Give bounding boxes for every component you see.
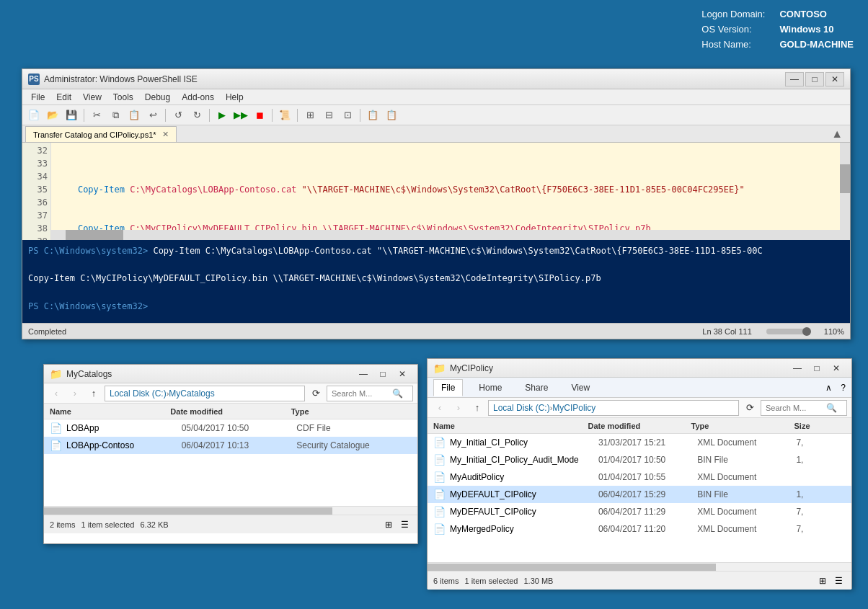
mycatalogs-address-drive[interactable]: Local Disk (C:) <box>110 388 167 399</box>
mycatalogs-hscrollbar-thumb[interactable] <box>44 507 332 515</box>
toolbar-undo2[interactable]: ↺ <box>169 107 187 123</box>
mycatalogs-forward[interactable]: › <box>67 386 83 401</box>
terminal-area[interactable]: PS C:\Windows\system32> Copy-Item C:\MyC… <box>22 240 850 323</box>
toolbar-cut[interactable]: ✂ <box>88 107 105 123</box>
myciplicy-address-drive[interactable]: Local Disk (C:) <box>493 403 550 413</box>
toolbar-save[interactable]: 💾 <box>63 107 80 123</box>
toolbar-new[interactable]: 📄 <box>25 107 43 123</box>
minimize-button[interactable]: — <box>785 72 804 86</box>
mycatalogs-col-type[interactable]: Type <box>291 407 412 416</box>
myciplicy-maximize[interactable]: □ <box>807 361 826 375</box>
myciplicy-search-box[interactable]: 🔍 <box>761 400 847 416</box>
mycatalogs-back[interactable]: ‹ <box>48 386 64 401</box>
menu-tools[interactable]: Tools <box>107 91 139 104</box>
myciplicy-minimize[interactable]: — <box>788 361 807 375</box>
editor-vscrollbar-thumb[interactable] <box>840 164 850 193</box>
mycatalogs-minimize[interactable]: — <box>354 367 373 381</box>
list-item[interactable]: 📄 MyAuditPolicy 01/04/2017 10:55 XML Doc… <box>428 468 851 486</box>
mycatalogs-window: 📁 MyCatalogs — □ ✕ ‹ › ↑ Local Disk (C:)… <box>43 364 418 544</box>
toolbar-run[interactable]: ▶ <box>213 107 231 123</box>
myciplicy-refresh[interactable]: ⟳ <box>742 400 758 416</box>
mycatalogs-listview-btn[interactable]: ☰ <box>397 518 412 531</box>
menu-debug[interactable]: Debug <box>139 91 176 104</box>
list-item[interactable]: 📄 MyMergedPolicy 06/04/2017 11:20 XML Do… <box>428 520 851 538</box>
toolbar-new-script[interactable]: 📜 <box>276 107 293 123</box>
zoom-thumb[interactable] <box>802 327 811 336</box>
list-item[interactable]: 📄 My_Initial_CI_Policy 31/03/2017 15:21 … <box>428 434 851 451</box>
mycatalogs-search-icon[interactable]: 🔍 <box>392 388 403 399</box>
toolbar-btn-extra5[interactable]: 📋 <box>383 107 400 123</box>
myciplicy-forward[interactable]: › <box>451 400 466 416</box>
toolbar-open[interactable]: 📂 <box>44 107 61 123</box>
mycatalogs-search-input[interactable] <box>332 389 389 398</box>
toolbar-btn-extra1[interactable]: ⊞ <box>301 107 319 123</box>
myciplicy-up[interactable]: ↑ <box>469 400 485 416</box>
menu-addons[interactable]: Add-ons <box>176 91 220 104</box>
ribbon-tab-file[interactable]: File <box>433 379 463 396</box>
mycatalogs-gridview-btn[interactable]: ⊞ <box>381 518 396 531</box>
myciplicy-address-folder[interactable]: MyCIPolicy <box>552 403 595 413</box>
ribbon-tab-share[interactable]: Share <box>518 380 555 396</box>
ribbon-tab-home[interactable]: Home <box>471 380 509 396</box>
myciplicy-search-icon[interactable]: 🔍 <box>826 403 837 413</box>
script-editor[interactable]: 32 33 34 35 36 37 38 39 40 Copy-Item C:\… <box>22 143 850 240</box>
toolbar-paste[interactable]: 📋 <box>125 107 143 123</box>
toolbar-undo[interactable]: ↩ <box>144 107 161 123</box>
ribbon-chevron-icon[interactable]: ∧ <box>825 383 832 393</box>
mycatalogs-close[interactable]: ✕ <box>393 367 412 381</box>
mycatalogs-col-date[interactable]: Date modified <box>170 407 291 416</box>
code-content[interactable]: Copy-Item C:\MyCatalogs\LOBApp-Contoso.c… <box>51 143 850 240</box>
maximize-button[interactable]: □ <box>805 72 824 86</box>
toolbar-btn-extra3[interactable]: ⊡ <box>339 107 356 123</box>
editor-vscrollbar[interactable] <box>840 143 850 240</box>
terminal-line-2 <box>28 258 844 272</box>
menu-help[interactable]: Help <box>220 91 249 104</box>
list-item[interactable]: 📄 MyDEFAULT_CIPolicy 06/04/2017 15:29 BI… <box>428 486 851 503</box>
toolbar-copy[interactable]: ⧉ <box>107 107 124 123</box>
mycatalogs-address-folder[interactable]: MyCatalogs <box>169 388 214 399</box>
editor-hscrollbar[interactable] <box>51 230 840 240</box>
toolbar-stop[interactable]: ◼ <box>251 107 268 123</box>
toolbar-redo[interactable]: ↻ <box>188 107 205 123</box>
menu-view[interactable]: View <box>77 91 107 104</box>
toolbar-btn-extra2[interactable]: ⊟ <box>320 107 337 123</box>
menu-file[interactable]: File <box>25 91 50 104</box>
myciplicy-search-input[interactable] <box>766 404 823 412</box>
myciplicy-col-type[interactable]: Type <box>691 422 794 430</box>
tab-close-icon[interactable]: ✕ <box>162 130 169 139</box>
editor-hscrollbar-thumb[interactable] <box>66 230 123 240</box>
myciplicy-address-box[interactable]: Local Disk (C:) › MyCIPolicy <box>488 400 739 416</box>
myciplicy-gridview-btn[interactable]: ⊞ <box>815 574 830 587</box>
list-item[interactable]: 📄 LOBApp-Contoso 06/04/2017 10:13 Securi… <box>44 437 417 454</box>
mycatalogs-search-box[interactable]: 🔍 <box>327 386 413 401</box>
toolbar-btn-extra4[interactable]: 📋 <box>364 107 381 123</box>
myciplicy-back[interactable]: ‹ <box>432 400 448 416</box>
list-item[interactable]: 📄 My_Initial_CI_Policy_Audit_Mode 01/04/… <box>428 451 851 468</box>
mycatalogs-address-box[interactable]: Local Disk (C:) › MyCatalogs <box>105 386 305 401</box>
ci-file-type-3: XML Document <box>697 472 796 482</box>
script-tab[interactable]: Transfer Catalog and CIPolicy.ps1* ✕ <box>25 126 177 142</box>
file-icon-ci6: 📄 <box>433 523 446 535</box>
tab-scroll-right-icon[interactable]: ▲ <box>830 126 844 142</box>
myciplicy-listview-btn[interactable]: ☰ <box>831 574 846 587</box>
mycatalogs-up[interactable]: ↑ <box>86 386 102 401</box>
ribbon-help-icon[interactable]: ? <box>841 383 846 393</box>
ise-title: Administrator: Windows PowerShell ISE <box>44 74 781 84</box>
mycatalogs-hscrollbar[interactable] <box>44 506 417 515</box>
myciplicy-col-name[interactable]: Name <box>433 422 588 430</box>
menu-edit[interactable]: Edit <box>50 91 77 104</box>
mycatalogs-maximize[interactable]: □ <box>373 367 392 381</box>
close-button[interactable]: ✕ <box>825 72 844 86</box>
ribbon-tab-view[interactable]: View <box>564 380 597 396</box>
myciplicy-close[interactable]: ✕ <box>827 361 846 375</box>
mycatalogs-refresh[interactable]: ⟳ <box>308 386 324 401</box>
list-item[interactable]: 📄 LOBApp 05/04/2017 10:50 CDF File <box>44 419 417 437</box>
myciplicy-hscrollbar[interactable] <box>428 562 851 571</box>
toolbar-run-sel[interactable]: ▶▶ <box>232 107 249 123</box>
zoom-slider[interactable] <box>766 329 810 334</box>
mycatalogs-col-name[interactable]: Name <box>50 407 170 416</box>
myciplicy-col-size[interactable]: Size <box>794 422 846 430</box>
myciplicy-hscrollbar-thumb[interactable] <box>428 564 716 571</box>
myciplicy-col-date[interactable]: Date modified <box>588 422 691 430</box>
list-item[interactable]: 📄 MyDEFAULT_CIPolicy 06/04/2017 11:29 XM… <box>428 503 851 520</box>
